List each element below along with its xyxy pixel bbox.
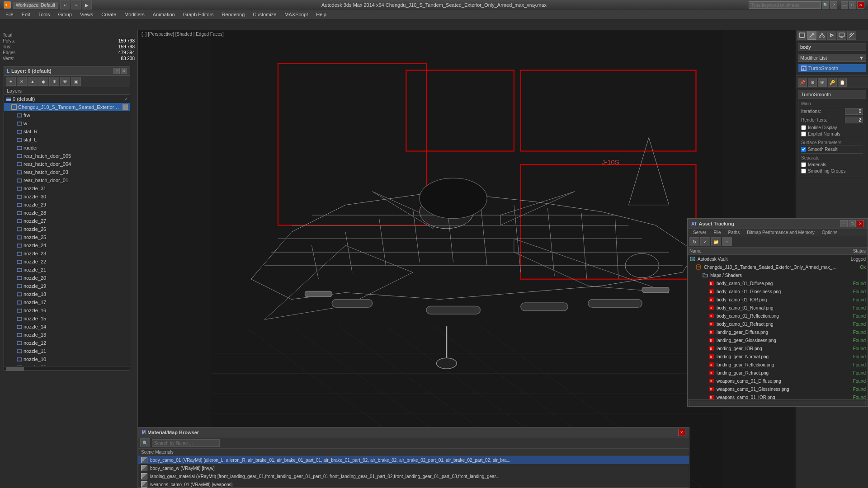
at-minimize-btn[interactable]: — [840,220,848,227]
layer-item[interactable]: nozzle_22 [4,258,130,266]
layer-item[interactable]: nozzle_25 [4,233,130,241]
at-list-item[interactable]: Blanding_gear_Diffuse.pngFound [688,328,868,336]
menu-file[interactable]: File [2,11,17,18]
render-iters-input[interactable] [845,117,863,123]
layer-item[interactable]: nozzle_23 [4,249,130,258]
layer-item[interactable]: nozzle_30 [4,192,130,201]
stack-settings-icon[interactable]: ⚙ [808,78,817,87]
mb-list-item[interactable]: weapons_camo_01 (VRayMtl) [weapons] [138,480,689,488]
at-list-item[interactable]: Bbody_camo_01_Glossiness.pngFound [688,287,868,296]
layer-item[interactable]: nozzle_10 [4,355,130,363]
workspace-button[interactable]: Workspace: Default [13,2,58,9]
menu-help[interactable]: Help [312,11,330,18]
turbosmooh-rollout-header[interactable]: TurboSmooth [798,90,866,99]
smoothing-groups-checkbox[interactable] [801,169,806,174]
at-list-item[interactable]: Blanding_gear_Refract.pngFound [688,369,868,377]
layer-hide-btn[interactable]: 👁 [60,77,70,86]
layer-help-btn[interactable]: ? [113,68,120,74]
search-btn[interactable]: 🔍 [822,1,829,9]
at-list-item[interactable]: Blanding_gear_Glossiness.pngFound [688,336,868,344]
stack-copy-icon[interactable]: 📋 [838,78,847,87]
layer-item[interactable]: rear_hatch_door_005 [4,152,130,160]
layer-add-sel-btn[interactable]: ▲ [28,77,38,86]
mb-list-item[interactable]: body_camo_01 (VRayMtl) [aileron_L, ailer… [138,456,689,464]
cp-icon-create[interactable] [797,31,807,40]
stack-view-icon[interactable]: 👁 [818,78,827,87]
mb-list-item[interactable]: body_camo_w (VRayMtl) [frw,w] [138,464,689,472]
layer-item[interactable]: rear_hatch_door_004 [4,160,130,168]
layer-sel-btn[interactable]: ◆ [38,77,48,86]
at-list-item[interactable]: Blanding_gear_Normal.pngFound [688,352,868,361]
mb-list[interactable]: body_camo_01 (VRayMtl) [aileron_L, ailer… [138,456,689,488]
layer-item[interactable]: nozzle_17 [4,298,130,306]
toolbar-btn-1[interactable]: ↩ [60,0,70,9]
explicit-normals-checkbox[interactable] [801,131,806,136]
toolbar-btn-2[interactable]: ↪ [71,0,81,9]
menu-rendering[interactable]: Rendering [218,11,249,18]
layer-item[interactable]: nozzle_18 [4,290,130,298]
layer-item[interactable]: nozzle_27 [4,217,130,225]
at-list-item[interactable]: Bbody_camo_01_IOR.pngFound [688,296,868,304]
layer-item[interactable]: nozzle_13 [4,331,130,339]
cp-icon-modify[interactable] [807,31,816,40]
at-maximize-btn[interactable]: □ [849,220,856,227]
at-list-item[interactable]: Blanding_gear_IOR.pngFound [688,344,868,352]
layer-item[interactable]: slat_L [4,136,130,144]
menu-animation[interactable]: Animation [149,11,179,18]
at-menu-options[interactable]: Options [818,229,841,236]
at-path-btn[interactable]: 📁 [711,237,721,246]
at-refresh-btn[interactable]: ↻ [689,237,699,246]
at-list-btn[interactable]: ≡ [722,237,732,246]
at-list-item[interactable]: Bbody_camo_01_Refract.pngFound [688,320,868,328]
at-menu-paths[interactable]: Paths [725,229,744,236]
layer-item[interactable]: nozzle_16 [4,306,130,314]
cp-icon-hierarchy[interactable] [817,31,826,40]
layer-item[interactable]: nozzle_29 [4,201,130,209]
layer-freeze-btn[interactable]: ❄ [49,77,59,86]
modifier-turbosmooh-item[interactable]: TS TurboSmooth [798,64,866,73]
layer-item[interactable]: nozzle_21 [4,266,130,274]
at-list[interactable]: Autodesk VaultLoggedChengdu_J10_S_Tandem… [688,255,868,399]
layer-item[interactable]: nozzle_12 [4,339,130,347]
cp-icon-display[interactable] [837,31,846,40]
at-menu-server[interactable]: Server [689,229,710,236]
layer-render-btn[interactable]: ▣ [71,77,81,86]
layer-delete-btn[interactable]: ✕ [17,77,27,86]
menu-maxscript[interactable]: MAXScript [281,11,311,18]
cp-icon-utilities[interactable] [847,31,856,40]
layer-item[interactable]: w [4,119,130,127]
layer-item[interactable]: nozzle_14 [4,323,130,331]
layer-item[interactable]: 0 (default)✓ [4,95,130,103]
at-list-item[interactable]: Bweapons_camo_01_IOR.pngFound [688,393,868,399]
layer-item[interactable]: nozzle_26 [4,225,130,233]
layer-item[interactable]: nozzle_15 [4,314,130,323]
modifier-list-dropdown[interactable]: Modifier List ▼ [798,54,866,62]
at-menu-file[interactable]: File [710,229,724,236]
layer-item[interactable]: nozzle_11 [4,347,130,355]
layers-hscroll[interactable] [4,366,130,371]
layer-item[interactable]: rear_hatch_door_01 [4,176,130,184]
menu-customize[interactable]: Customize [249,11,280,18]
maximize-btn[interactable]: □ [849,1,856,9]
menu-edit[interactable]: Edit [18,11,34,18]
minimize-btn[interactable]: — [841,1,848,9]
layer-item[interactable]: nozzle_20 [4,274,130,282]
layer-item[interactable]: nozzle_28 [4,209,130,217]
menu-views[interactable]: Views [76,11,97,18]
layer-item[interactable]: nozzle_19 [4,282,130,290]
layer-item[interactable]: rudder [4,144,130,152]
at-list-item[interactable]: Bbody_camo_01_Diffuse.pngFound [688,279,868,287]
mb-list-item[interactable]: landing_gear_material (VRayMtl) [front_l… [138,472,689,480]
layer-item[interactable]: Chengdu_J10_S_Tandem_Seated_Exterior_Onl… [4,103,130,111]
layer-item[interactable]: frw [4,111,130,119]
at-list-item[interactable]: Bbody_camo_01_Normal.pngFound [688,304,868,312]
cp-icon-motion[interactable] [827,31,836,40]
layer-item[interactable]: slat_R [4,127,130,136]
layer-item[interactable]: rear_hatch_door_03 [4,168,130,176]
modifier-search-input[interactable] [798,43,866,51]
at-check-btn[interactable]: ✓ [700,237,710,246]
at-list-item[interactable]: Chengdu_J10_S_Tandem_Seated_Exterior_Onl… [688,263,868,271]
mb-search-input[interactable] [152,439,220,447]
close-btn[interactable]: ✕ [857,1,864,9]
at-list-item[interactable]: Blanding_gear_Reflection.pngFound [688,361,868,369]
